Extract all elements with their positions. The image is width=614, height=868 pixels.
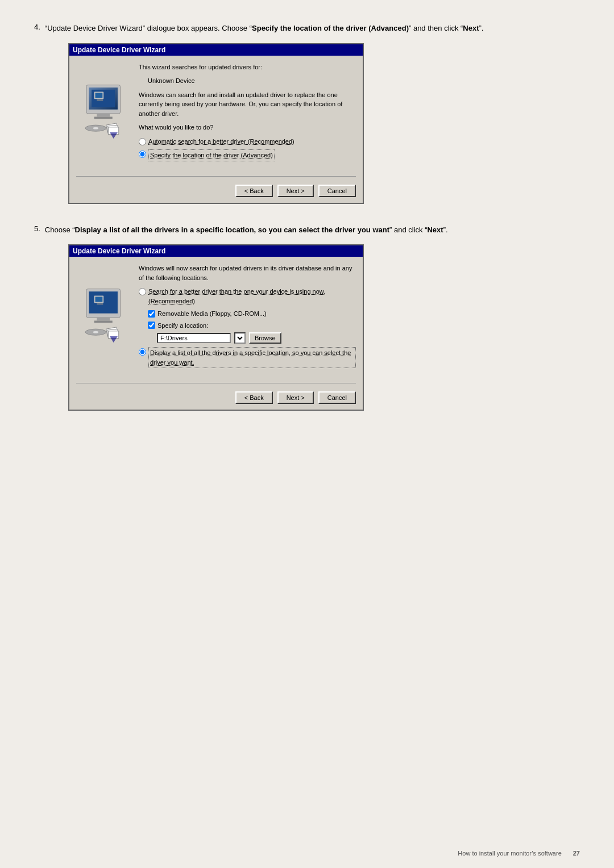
svg-rect-8	[97, 99, 103, 101]
step-5-text: Choose “Display a list of all the driver…	[45, 224, 448, 236]
step5-checkbox2-item: Specify a location:	[148, 321, 356, 331]
svg-rect-22	[94, 321, 113, 323]
step4-radio1-item: Automatic search for a better driver (Re…	[139, 137, 356, 147]
computer-icon-2	[79, 286, 130, 349]
step4-radio2-input[interactable]	[139, 151, 146, 158]
step5-radio1-label: Search for a better driver than the one …	[148, 287, 356, 306]
step5-next-button[interactable]: Next >	[277, 391, 314, 404]
step5-cancel-button[interactable]: Cancel	[318, 391, 356, 404]
step4-radio1-label: Automatic search for a better driver (Re…	[148, 137, 294, 147]
step4-icon-col	[76, 62, 133, 165]
step5-intro: Windows will now search for updated driv…	[139, 264, 356, 282]
step-4: 4. “Update Device Driver Wizard” dialogu…	[34, 23, 580, 204]
svg-rect-19	[96, 297, 103, 302]
step5-checkbox1-input[interactable]	[148, 310, 155, 318]
svg-rect-20	[97, 303, 103, 304]
step-4-text-middle: ” and then click “	[409, 24, 463, 32]
footer: How to install your monitor’s software 2…	[458, 850, 580, 857]
footer-text: How to install your monitor’s software	[458, 850, 561, 857]
step4-question: What would you like to do?	[139, 123, 356, 132]
step4-intro: This wizard searches for updated drivers…	[139, 62, 356, 72]
svg-marker-28	[110, 336, 118, 343]
step5-radio2-item: Display a list of all the drivers in a s…	[139, 347, 356, 368]
step4-radio-group: Automatic search for a better driver (Re…	[139, 137, 356, 161]
step5-buttons: < Back Next > Cancel	[69, 388, 363, 410]
step4-description: Windows can search for and install an up…	[139, 90, 356, 119]
step-4-text-after: ”.	[479, 24, 484, 32]
step-4-header: 4. “Update Device Driver Wizard” dialogu…	[34, 23, 580, 34]
step4-title: Update Device Driver Wizard	[73, 46, 165, 54]
step-5-text-before: Choose “	[45, 226, 75, 234]
step-5: 5. Choose “Display a list of all the dri…	[34, 224, 580, 411]
step4-device: Unknown Device	[148, 76, 356, 86]
step5-icon-col	[76, 264, 133, 372]
step5-path-row: ▼ Browse	[157, 332, 356, 344]
step5-separator	[76, 383, 356, 383]
svg-point-24	[93, 331, 98, 333]
step-5-text-after: ”.	[443, 226, 448, 234]
step-4-text-before: “Update Device Driver Wizard” dialogue b…	[45, 24, 252, 32]
step4-radio2-label: Specify the location of the driver (Adva…	[148, 149, 275, 161]
svg-rect-7	[96, 93, 103, 98]
step4-body: This wizard searches for updated drivers…	[69, 56, 363, 172]
step5-title: Update Device Driver Wizard	[73, 247, 165, 255]
step5-radio1-input[interactable]	[139, 288, 146, 295]
step5-checkbox2-label: Specify a location:	[157, 321, 208, 331]
computer-icon	[79, 82, 130, 145]
step4-dialog: Update Device Driver Wizard	[68, 43, 364, 204]
step5-radio2-input[interactable]	[139, 348, 146, 356]
step5-path-input[interactable]	[157, 333, 231, 343]
step-5-text-middle: ” and click “	[389, 226, 427, 234]
step5-radio2-label: Display a list of all the drivers in a s…	[148, 347, 356, 368]
step-5-bold1: Display a list of all the drivers in a s…	[75, 226, 389, 234]
step5-browse-button[interactable]: Browse	[249, 332, 281, 344]
step4-content: This wizard searches for updated drivers…	[139, 62, 356, 165]
footer-page-number: 27	[573, 850, 580, 857]
svg-rect-21	[97, 318, 110, 321]
step5-checkbox1-item: Removable Media (Floppy, CD-ROM...)	[148, 309, 356, 319]
step-4-text: “Update Device Driver Wizard” dialogue b…	[45, 23, 484, 34]
svg-marker-14	[110, 132, 118, 139]
step5-back-button[interactable]: < Back	[235, 391, 273, 404]
step-5-bold2: Next	[427, 226, 443, 234]
step5-path-dropdown[interactable]: ▼	[234, 332, 246, 344]
step5-radio1-item: Search for a better driver than the one …	[139, 287, 356, 306]
step5-checkbox2-input[interactable]	[148, 322, 155, 329]
step5-body: Windows will now search for updated driv…	[69, 257, 363, 378]
svg-rect-4	[94, 116, 113, 119]
step5-content: Windows will now search for updated driv…	[139, 264, 356, 372]
step4-buttons: < Back Next > Cancel	[69, 181, 363, 203]
step4-radio2-item: Specify the location of the driver (Adva…	[139, 149, 356, 161]
step4-separator	[76, 176, 356, 177]
step5-titlebar: Update Device Driver Wizard	[69, 245, 363, 257]
step5-checkbox1-label: Removable Media (Floppy, CD-ROM...)	[157, 309, 267, 319]
step4-next-button[interactable]: Next >	[277, 185, 314, 197]
step4-titlebar: Update Device Driver Wizard	[69, 44, 363, 56]
step-5-number: 5.	[34, 224, 40, 233]
step-4-bold2: Next	[463, 24, 479, 32]
step-5-header: 5. Choose “Display a list of all the dri…	[34, 224, 580, 236]
step4-back-button[interactable]: < Back	[235, 185, 273, 197]
step4-radio1-input[interactable]	[139, 138, 146, 145]
step4-cancel-button[interactable]: Cancel	[318, 185, 356, 197]
step-4-bold1: Specify the location of the driver (Adva…	[252, 24, 409, 32]
step5-radio-group: Search for a better driver than the one …	[139, 287, 356, 368]
svg-rect-3	[97, 114, 110, 117]
step-4-number: 4.	[34, 23, 40, 31]
svg-point-10	[93, 127, 98, 129]
step5-dialog: Update Device Driver Wizard	[68, 244, 364, 411]
